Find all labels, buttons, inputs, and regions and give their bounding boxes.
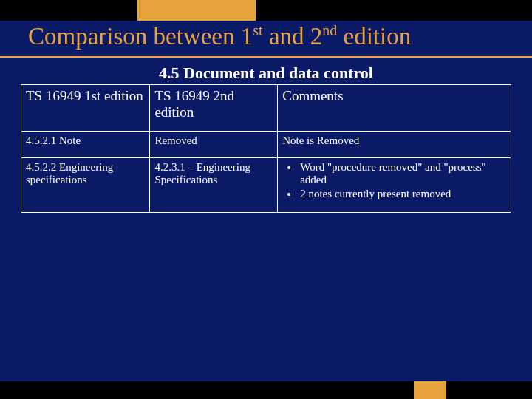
accent-block-top [137,0,256,21]
row2-col2: 4.2.3.1 – Engineering Specifications [150,158,278,213]
title-segment: and 2 [263,23,323,50]
slide: Comparison between 1st and 2nd edition 4… [0,0,532,399]
accent-block-bottom [414,381,446,399]
title-segment: edition [337,23,411,50]
row2-col1: 4.5.2.2 Engineering specifications [21,158,150,213]
table-row: 4.5.2.2 Engineering specifications 4.2.3… [21,158,511,213]
title-super-1: st [253,22,262,38]
title-segment: Comparison between 1 [28,23,253,50]
row2-col3: Word "procedure removed" and "process" a… [278,158,511,213]
list-item: Word "procedure removed" and "process" a… [299,161,506,186]
table-header-col3: Comments [278,85,511,132]
row1-col1: 4.5.2.1 Note [21,132,150,158]
row1-col3: Note is Removed [278,132,511,158]
page-title: Comparison between 1st and 2nd edition [28,22,516,50]
comparison-table: TS 16949 1st edition TS 16949 2nd editio… [21,84,511,213]
table-header-col2: TS 16949 2nd edition [150,85,278,132]
row1-col2: Removed [150,132,278,158]
bottom-band [0,381,532,399]
section-subtitle: 4.5 Document and data control [0,64,532,83]
top-band [0,0,532,21]
row2-bullets: Word "procedure removed" and "process" a… [288,161,506,200]
table-header-col1: TS 16949 1st edition [21,85,150,132]
table-header-row: TS 16949 1st edition TS 16949 2nd editio… [21,85,511,132]
title-super-2: nd [322,22,337,38]
list-item: 2 notes currently present removed [299,188,506,200]
table-row: 4.5.2.1 Note Removed Note is Removed [21,132,511,158]
title-underline [0,56,532,58]
